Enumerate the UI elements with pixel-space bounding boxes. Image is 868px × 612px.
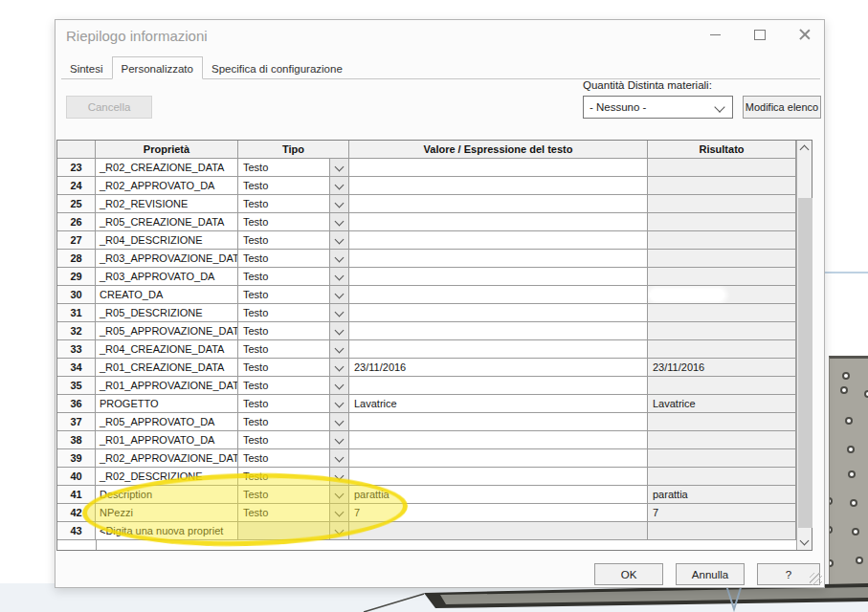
tipo-dropdown[interactable] — [329, 449, 348, 467]
tab-personalizzato[interactable]: Personalizzato — [112, 56, 203, 79]
value-cell[interactable] — [349, 322, 648, 340]
property-name-cell[interactable]: _R05_APPROVAZIONE_DATA — [96, 322, 238, 340]
tipo-cell[interactable]: Testo — [238, 250, 349, 268]
row-number-cell[interactable]: 38 — [57, 431, 96, 449]
property-name-cell[interactable]: _R05_APPROVATO_DA — [96, 413, 238, 431]
tipo-cell[interactable]: Testo — [238, 268, 349, 286]
value-cell[interactable] — [349, 177, 648, 195]
tipo-dropdown[interactable] — [329, 250, 348, 267]
tipo-cell[interactable]: Testo — [238, 231, 349, 250]
tipo-dropdown[interactable] — [329, 377, 348, 394]
tipo-dropdown[interactable] — [329, 231, 348, 249]
property-name-cell[interactable]: _R03_APPROVATO_DA — [96, 268, 238, 286]
scroll-down-button[interactable] — [797, 535, 812, 550]
tipo-cell[interactable]: Testo — [238, 468, 349, 486]
tipo-dropdown[interactable] — [329, 159, 348, 176]
resize-grip[interactable] — [810, 573, 822, 585]
value-cell[interactable] — [349, 286, 648, 304]
property-name-cell[interactable]: _R01_APPROVAZIONE_DATA — [96, 377, 238, 395]
property-name-cell[interactable]: _R02_CREAZIONE_DATA — [96, 159, 238, 177]
modifica-elenco-button[interactable]: Modifica elenco — [743, 96, 821, 119]
property-name-cell[interactable]: _R02_APPROVATO_DA — [96, 177, 238, 195]
tipo-dropdown[interactable] — [329, 322, 348, 339]
row-number-cell[interactable]: 32 — [57, 322, 96, 340]
tipo-cell[interactable]: Testo — [238, 340, 349, 359]
annulla-button[interactable]: Annulla — [676, 563, 745, 585]
close-button[interactable] — [789, 22, 821, 47]
tipo-dropdown[interactable] — [329, 195, 348, 212]
property-name-cell[interactable]: PROGETTO — [96, 395, 238, 413]
value-cell[interactable] — [349, 304, 648, 322]
tipo-cell[interactable]: Testo — [238, 213, 349, 231]
property-name-cell[interactable]: _R04_CREAZIONE_DATA — [96, 340, 238, 359]
minimize-button[interactable] — [699, 22, 731, 47]
tipo-dropdown[interactable] — [329, 359, 348, 376]
tipo-dropdown[interactable] — [329, 486, 348, 503]
value-cell[interactable]: 7 — [349, 504, 648, 522]
scroll-up-button[interactable] — [797, 141, 812, 156]
tipo-cell[interactable] — [238, 522, 349, 540]
value-cell[interactable] — [349, 431, 648, 449]
property-name-cell[interactable]: NPezzi — [96, 504, 238, 522]
tipo-dropdown[interactable] — [329, 468, 348, 485]
bom-quantity-select[interactable]: - Nessuno - — [583, 96, 733, 119]
value-cell[interactable] — [349, 195, 648, 213]
tipo-cell[interactable]: Testo — [238, 413, 349, 431]
value-cell[interactable] — [349, 522, 648, 540]
tipo-cell[interactable]: Testo — [238, 377, 349, 395]
row-number-cell[interactable]: 42 — [57, 504, 96, 522]
value-cell[interactable] — [349, 413, 648, 431]
value-cell[interactable] — [349, 231, 648, 250]
tipo-cell[interactable]: Testo — [238, 431, 349, 449]
row-number-cell[interactable]: 24 — [57, 177, 96, 195]
tipo-dropdown[interactable] — [329, 213, 348, 230]
tipo-dropdown[interactable] — [329, 522, 348, 539]
vertical-scrollbar[interactable] — [796, 141, 812, 550]
value-cell[interactable] — [349, 340, 648, 359]
tipo-dropdown[interactable] — [329, 504, 348, 521]
property-name-cell[interactable]: Description — [96, 486, 238, 504]
row-number-cell[interactable]: 41 — [57, 486, 96, 504]
tipo-cell[interactable]: Testo — [238, 449, 349, 468]
value-cell[interactable]: 23/11/2016 — [349, 359, 648, 377]
row-number-cell[interactable]: 39 — [57, 449, 96, 468]
value-cell[interactable]: parattia — [349, 486, 648, 504]
row-number-cell[interactable]: 31 — [57, 304, 96, 322]
property-name-cell[interactable]: _R01_CREAZIONE_DATA — [96, 359, 238, 377]
tipo-dropdown[interactable] — [329, 304, 348, 321]
tipo-cell[interactable]: Testo — [238, 177, 349, 195]
tipo-dropdown[interactable] — [329, 268, 348, 285]
row-number-cell[interactable]: 34 — [57, 359, 96, 377]
scrollbar-thumb[interactable] — [798, 198, 812, 528]
tipo-dropdown[interactable] — [329, 413, 348, 430]
tipo-cell[interactable]: Testo — [238, 395, 349, 413]
value-cell[interactable] — [349, 449, 648, 468]
tipo-cell[interactable]: Testo — [238, 159, 349, 177]
row-number-cell[interactable]: 37 — [57, 413, 96, 431]
row-number-cell[interactable]: 27 — [57, 231, 96, 250]
row-number-cell[interactable]: 33 — [57, 340, 96, 359]
row-number-cell[interactable]: 30 — [57, 286, 96, 304]
property-name-cell[interactable]: _R02_APPROVAZIONE_DATA — [96, 449, 238, 468]
row-number-cell[interactable]: 43 — [57, 522, 96, 540]
maximize-button[interactable] — [744, 22, 776, 47]
tipo-cell[interactable]: Testo — [238, 322, 349, 340]
property-name-cell[interactable]: _R03_APPROVAZIONE_DATA — [96, 250, 238, 268]
row-number-cell[interactable]: 28 — [57, 250, 96, 268]
property-name-cell[interactable]: CREATO_DA — [96, 286, 238, 304]
value-cell[interactable] — [349, 377, 648, 395]
tipo-cell[interactable]: Testo — [238, 359, 349, 377]
tipo-dropdown[interactable] — [329, 431, 348, 448]
property-name-cell[interactable]: _R05_DESCRIZIONE — [96, 304, 238, 322]
tipo-dropdown[interactable] — [329, 340, 348, 358]
tipo-cell[interactable]: Testo — [238, 286, 349, 304]
tipo-cell[interactable]: Testo — [238, 304, 349, 322]
tipo-cell[interactable]: Testo — [238, 195, 349, 213]
property-name-cell[interactable]: _R02_REVISIONE — [96, 195, 238, 213]
property-name-cell[interactable]: _R04_DESCRIZIONE — [96, 231, 238, 250]
ok-button[interactable]: OK — [594, 563, 663, 585]
cancella-button[interactable]: Cancella — [66, 96, 152, 119]
tipo-dropdown[interactable] — [329, 286, 348, 303]
tipo-cell[interactable]: Testo — [238, 486, 349, 504]
property-name-cell[interactable]: _R01_APPROVATO_DA — [96, 431, 238, 449]
